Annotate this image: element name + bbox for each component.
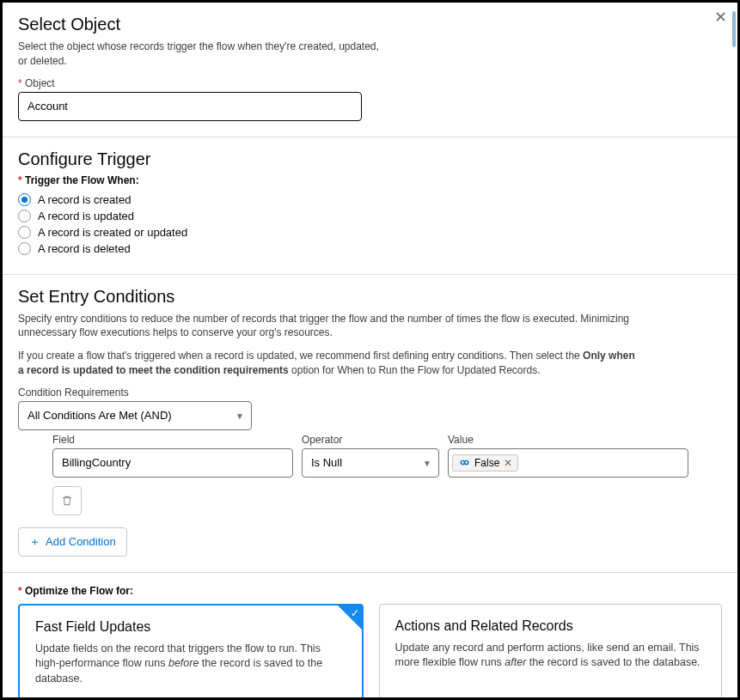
condition-operator-col: Operator Is Null ▼ [302,434,439,478]
value-input[interactable]: False ✕ [448,448,688,478]
entry-para2-b: option for When to Run the Flow for Upda… [291,364,540,376]
card-title: Actions and Related Records [395,618,706,634]
section-select-object: Select Object Select the object whose re… [3,3,737,137]
radio-created-label[interactable]: A record is created [38,193,131,206]
operator-select[interactable]: Is Null ▼ [302,448,439,478]
select-object-description: Select the object whose records trigger … [18,40,379,69]
radio-deleted-label[interactable]: A record is deleted [38,242,131,255]
trigger-when-label: Trigger the Flow When: [18,174,722,186]
section-optimize: Optimize the Flow for: ✓ Fast Field Upda… [3,573,737,700]
entry-conditions-para2: If you create a flow that's triggered wh… [18,349,637,378]
operator-value: Is Null [311,456,342,469]
radio-created[interactable] [18,193,31,206]
radio-deleted[interactable] [18,242,31,255]
configure-trigger-title: Configure Trigger [18,149,722,169]
chevron-down-icon: ▼ [235,411,244,420]
svg-point-1 [464,461,468,465]
radio-row-created[interactable]: A record is created [18,193,722,206]
value-label: Value [448,434,688,446]
card-fast-field-updates[interactable]: ✓ Fast Field Updates Update fields on th… [18,604,364,700]
card-title: Fast Field Updates [35,619,346,635]
field-input[interactable] [52,448,293,478]
dialog-content: Select Object Select the object whose re… [3,3,737,700]
chevron-down-icon: ▼ [423,458,431,467]
delete-condition-button[interactable] [52,486,82,515]
radio-updated-label[interactable]: A record is updated [38,210,134,222]
link-icon [458,457,470,469]
condition-requirements-label: Condition Requirements [18,387,722,399]
card-description: Update any record and perform actions, l… [395,641,706,671]
add-condition-button[interactable]: ＋ Add Condition [18,527,127,557]
close-icon[interactable]: ✕ [714,8,727,27]
condition-requirements-value: All Conditions Are Met (AND) [28,409,172,422]
select-object-title: Select Object [18,15,722,34]
selected-indicator: ✓ [338,606,362,630]
radio-updated[interactable] [18,210,31,222]
optimize-cards: ✓ Fast Field Updates Update fields on th… [18,604,722,700]
radio-row-updated[interactable]: A record is updated [18,210,722,222]
operator-label: Operator [302,434,439,446]
optimize-label: Optimize the Flow for: [18,585,722,597]
value-pill-text: False [474,457,499,469]
trigger-radio-group: A record is created A record is updated … [18,193,722,255]
condition-requirements-select[interactable]: All Conditions Are Met (AND) ▼ [18,401,252,430]
object-label: Object [18,77,722,89]
entry-conditions-title: Set Entry Conditions [18,287,722,307]
add-condition-label: Add Condition [46,535,116,548]
dialog-frame: ✕ Select Object Select the object whose … [0,0,740,700]
condition-value-col: Value False ✕ [448,434,688,478]
plus-icon: ＋ [29,534,40,550]
value-pill[interactable]: False ✕ [452,454,518,472]
entry-para2-a: If you create a flow that's triggered wh… [18,350,583,362]
radio-created-or-updated-label[interactable]: A record is created or updated [38,226,187,239]
section-entry-conditions: Set Entry Conditions Specify entry condi… [3,275,737,573]
entry-conditions-para1: Specify entry conditions to reduce the n… [18,312,637,341]
condition-field-col: Field [52,434,293,478]
condition-row: Field Operator Is Null ▼ Value [52,434,722,515]
field-label: Field [52,434,293,446]
radio-row-created-or-updated[interactable]: A record is created or updated [18,226,722,239]
radio-created-or-updated[interactable] [18,226,31,239]
card-description: Update fields on the record that trigger… [35,642,346,687]
radio-row-deleted[interactable]: A record is deleted [18,242,722,255]
card-actions-related-records[interactable]: Actions and Related Records Update any r… [379,604,723,700]
scrollbar[interactable] [732,11,736,47]
check-icon: ✓ [351,607,359,619]
object-input[interactable] [18,92,362,121]
section-configure-trigger: Configure Trigger Trigger the Flow When:… [3,137,737,275]
remove-pill-icon[interactable]: ✕ [504,457,512,469]
